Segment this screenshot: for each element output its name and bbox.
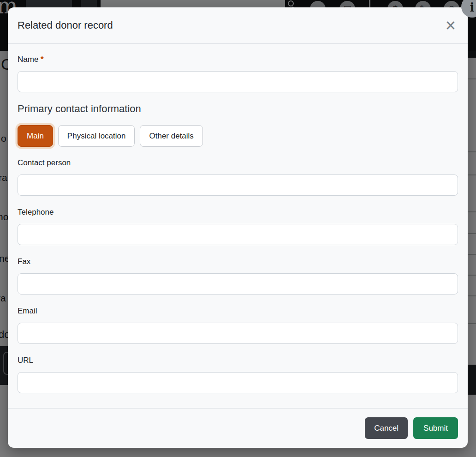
fax-input[interactable] — [18, 273, 458, 295]
related-donor-record-modal: Related donor record × Name * Primary co… — [8, 7, 468, 448]
url-label: URL — [18, 356, 458, 365]
submit-button[interactable]: Submit — [413, 417, 458, 439]
tab-physical-location[interactable]: Physical location — [58, 125, 135, 147]
telephone-label: Telephone — [18, 208, 458, 217]
modal-body: Name * Primary contact information Main … — [8, 44, 468, 408]
fax-field-group: Fax — [18, 257, 458, 295]
email-label: Email — [18, 307, 458, 316]
telephone-field-group: Telephone — [18, 208, 458, 245]
close-icon[interactable]: × — [444, 18, 458, 32]
required-asterisk: * — [41, 55, 44, 64]
modal-title: Related donor record — [18, 19, 113, 31]
contact-person-field-group: Contact person — [18, 158, 458, 196]
telephone-input[interactable] — [18, 224, 458, 245]
url-field-group: URL — [18, 356, 458, 393]
contact-tabs: Main Physical location Other details — [18, 125, 458, 147]
name-field-group: Name * — [18, 55, 458, 92]
url-input[interactable] — [18, 372, 458, 393]
tab-other-details[interactable]: Other details — [140, 125, 202, 147]
contact-person-input[interactable] — [18, 174, 458, 196]
contact-person-label: Contact person — [18, 158, 458, 168]
modal-header: Related donor record × — [8, 7, 468, 44]
email-field-group: Email — [18, 307, 458, 344]
name-label: Name * — [18, 55, 458, 64]
name-label-text: Name — [18, 55, 38, 64]
modal-footer: Cancel Submit — [8, 408, 468, 448]
tab-main[interactable]: Main — [18, 125, 53, 147]
primary-contact-heading: Primary contact information — [18, 103, 458, 115]
email-input[interactable] — [18, 323, 458, 344]
cancel-button[interactable]: Cancel — [365, 417, 408, 439]
fax-label: Fax — [18, 257, 458, 266]
name-input[interactable] — [18, 71, 458, 92]
